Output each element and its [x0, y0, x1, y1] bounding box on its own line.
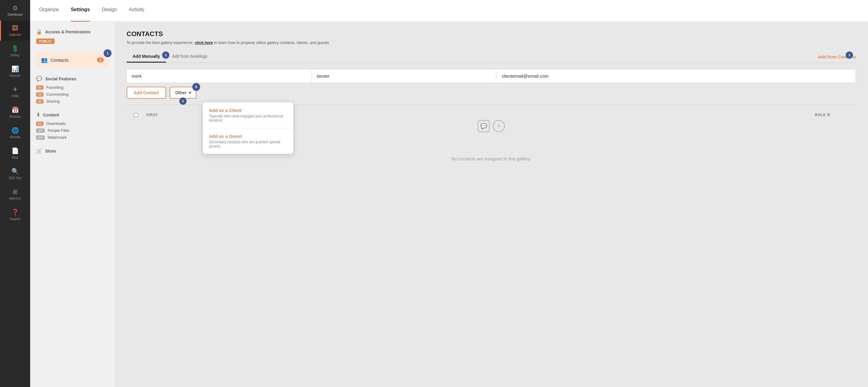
tab-organize[interactable]: Organize: [39, 0, 59, 22]
sidebar-item-support[interactable]: ❓ Support: [0, 204, 30, 225]
sidebar-item-crm[interactable]: ✈ CRM: [0, 81, 30, 102]
support-icon: ❓: [11, 209, 19, 216]
main-wrapper: Organize Settings Design Activity 🔒 Acce…: [30, 0, 868, 387]
tab-add-bookings[interactable]: Add from bookings: [166, 51, 213, 63]
select-all-checkbox[interactable]: [131, 113, 141, 117]
chat-bubble-icon: 💬: [478, 120, 490, 132]
sidebar-label-booking: Booking: [10, 115, 21, 118]
add-from-contacts-button[interactable]: Add from Contacts 3: [818, 52, 856, 62]
add-as-guest-desc: Secondary contacts who are granted speci…: [209, 140, 287, 148]
social-icon: 💬: [36, 76, 42, 81]
contacts-item[interactable]: 👥 Contacts 0 1: [36, 52, 108, 67]
access-permissions-header: 🔒 Access & Permissions: [36, 29, 108, 35]
dashboard-icon: ⊙: [13, 4, 18, 11]
add-as-client-option[interactable]: Add as a Client Typically who have engag…: [203, 102, 293, 128]
sidebar-item-website[interactable]: 🌐 Website: [0, 122, 30, 143]
favoriting-toggle[interactable]: ON: [36, 85, 43, 90]
favoriting-label: Favoriting: [46, 85, 64, 90]
booking-icon: 📅: [11, 106, 19, 113]
tab-design[interactable]: Design: [102, 0, 117, 22]
galleries-icon: 🖼: [12, 25, 18, 32]
sidebar-item-dashboard[interactable]: ⊙ Dashboard: [0, 0, 30, 21]
contact-input-row: [127, 69, 856, 83]
sidebar-item-galleries[interactable]: 🖼 Galleries: [0, 21, 30, 41]
seo-icon: 🔍: [11, 168, 19, 175]
top-nav: Organize Settings Design Activity: [30, 0, 868, 22]
first-name-input[interactable]: [127, 69, 311, 83]
step-badge-5: 5: [179, 98, 187, 105]
watermark-row: OFF Watermark: [36, 135, 108, 140]
website-icon: 🌐: [11, 127, 19, 134]
blog-icon: 📄: [11, 147, 19, 154]
commenting-row: ON Commenting: [36, 92, 108, 97]
sidebar-label-blog: Blog: [12, 156, 18, 159]
sidebar-item-reports[interactable]: 📊 Reports: [0, 61, 30, 81]
sidebar-label-addons: Add-Ons: [9, 197, 21, 200]
reports-icon: 📊: [11, 65, 19, 73]
action-row: Add Contact Other ▾ 5 4 Add as a Client …: [127, 87, 856, 99]
commenting-label: Commenting: [46, 92, 69, 97]
sidebar-label-seo: SEO Tool: [9, 176, 22, 180]
click-here-link[interactable]: click here: [195, 40, 213, 45]
downloads-label: Downloads: [46, 121, 66, 126]
email-input[interactable]: [497, 69, 856, 83]
access-permissions-title: Access & Permissions: [45, 30, 90, 34]
last-name-input[interactable]: [312, 69, 496, 83]
store-icon: 🛒: [36, 148, 42, 154]
sidebar-label-reports: Reports: [10, 74, 20, 77]
social-features-section: 💬 Social Features ON Favoriting ON Comme…: [36, 76, 108, 104]
add-as-guest-title: Add as a Guest: [209, 134, 287, 139]
sidebar-item-booking[interactable]: 📅 Booking: [0, 102, 30, 122]
sidebar-label-crm: CRM: [12, 95, 19, 98]
social-features-header: 💬 Social Features: [36, 76, 108, 81]
sidebar-item-blog[interactable]: 📄 Blog: [0, 143, 30, 164]
lock-icon: 🔒: [36, 29, 42, 35]
right-panel: CONTACTS To provide the best gallery exp…: [115, 22, 868, 387]
watermark-label: Watermark: [48, 135, 67, 140]
step-badge-3: 3: [846, 51, 853, 59]
other-dropdown-popup: Add as a Client Typically who have engag…: [203, 102, 293, 154]
content-section: ⬇ Content ON Downloads OFF People Filter…: [36, 112, 108, 140]
contacts-step-badge: 1: [104, 49, 112, 57]
content-area: 🔒 Access & Permissions PUBLIC 👥 Contacts…: [30, 22, 868, 387]
social-features-title: Social Features: [45, 76, 76, 81]
people-filter-toggle[interactable]: OFF: [36, 129, 44, 133]
tab-add-manually[interactable]: Add Manually: [127, 51, 166, 63]
sidebar-item-seo[interactable]: 🔍 SEO Tool: [0, 164, 30, 184]
people-filter-row: OFF People Filter: [36, 128, 108, 133]
content-header: ⬇ Content: [36, 112, 108, 118]
public-badge[interactable]: PUBLIC: [36, 38, 55, 44]
access-permissions-section: 🔒 Access & Permissions PUBLIC: [36, 29, 108, 44]
content-title: Content: [43, 112, 59, 117]
contacts-label: Contacts: [51, 58, 68, 63]
add-contact-button[interactable]: Add Contact: [127, 87, 166, 99]
sidebar-label-website: Website: [10, 135, 21, 139]
sidebar-item-selling[interactable]: 💲 Selling: [0, 41, 30, 61]
col-role: ROLE ⇅: [815, 113, 851, 117]
store-header: 🛒 Store: [36, 148, 108, 154]
sort-icon[interactable]: ⇅: [827, 113, 830, 117]
sidebar-label-galleries: Galleries: [9, 33, 21, 36]
favoriting-row: ON Favoriting: [36, 85, 108, 90]
contact-tabs-row: Add Manually Add from bookings 2 Add fro…: [127, 51, 856, 63]
downloads-toggle[interactable]: ON: [36, 121, 43, 126]
add-as-guest-option[interactable]: Add as a Guest Secondary contacts who ar…: [203, 128, 293, 154]
chevron-down-icon: ▾: [189, 90, 191, 95]
sharing-row: ON Sharing: [36, 99, 108, 104]
tab-settings[interactable]: Settings: [71, 0, 90, 22]
commenting-toggle[interactable]: ON: [36, 93, 43, 97]
add-circle-icon[interactable]: +: [493, 120, 505, 132]
store-section: 🛒 Store: [36, 148, 108, 154]
sharing-toggle[interactable]: ON: [36, 99, 43, 104]
people-filter-label: People Filter: [48, 128, 70, 133]
sharing-label: Sharing: [46, 99, 60, 104]
sidebar: ⊙ Dashboard 🖼 Galleries 💲 Selling 📊 Repo…: [0, 0, 30, 387]
store-title: Store: [45, 149, 56, 153]
page-title: CONTACTS: [127, 30, 856, 38]
tab-activity[interactable]: Activity: [129, 0, 144, 22]
step-badge-2: 2: [162, 51, 169, 59]
selling-icon: 💲: [11, 45, 19, 52]
sidebar-item-addons[interactable]: ⊞ Add-Ons: [0, 184, 30, 204]
watermark-toggle[interactable]: OFF: [36, 135, 44, 140]
contacts-section: 👥 Contacts 0 1: [36, 52, 108, 67]
